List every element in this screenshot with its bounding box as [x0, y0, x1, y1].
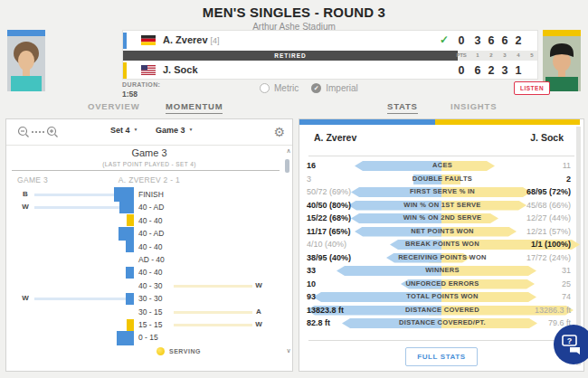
- momentum-right-line: [174, 285, 252, 288]
- stat-label: WINNERS: [305, 264, 580, 278]
- momentum-point-label: AD - 40: [138, 253, 165, 266]
- col-header-pts: PTS: [454, 51, 469, 61]
- duration-value: 1:58: [122, 90, 160, 99]
- momentum-point-label: 30 - 30: [138, 292, 162, 305]
- player1-seed: [4]: [211, 36, 220, 45]
- momentum-row: 40 - 40: [6, 241, 281, 253]
- serving-label: SERVING: [169, 348, 201, 354]
- momentum-right-line: [174, 311, 252, 314]
- stat-label: ACES: [305, 159, 580, 173]
- zverev-color-bar: [299, 119, 435, 125]
- scroll-up-icon[interactable]: ∧: [283, 147, 294, 155]
- momentum-point-label: 40 - 40: [138, 214, 162, 227]
- player2-set1: 6: [470, 64, 485, 77]
- player2-set2: 2: [484, 64, 498, 77]
- momentum-bar[interactable]: [126, 293, 134, 305]
- serving-indicator: SERVING: [156, 347, 201, 355]
- tab-insights[interactable]: INSIGHTS: [450, 101, 497, 113]
- momentum-bar[interactable]: [117, 331, 134, 345]
- momentum-bar[interactable]: [119, 202, 134, 213]
- scrollbar-thumb[interactable]: [285, 159, 289, 173]
- point-type-marker: W: [252, 279, 265, 292]
- metric-radio-circle[interactable]: [260, 83, 270, 93]
- duration-label: DURATION:: [122, 81, 160, 88]
- set-select[interactable]: Set 4▼: [110, 126, 138, 135]
- player2-name-text: J. Sock: [163, 64, 198, 75]
- col-header-1: 1: [470, 51, 485, 61]
- gear-icon[interactable]: ⚙: [273, 123, 285, 141]
- tab-momentum[interactable]: MOMENTUM: [166, 101, 223, 114]
- metric-radio[interactable]: Metric: [260, 83, 299, 93]
- zoom-control: [17, 126, 59, 138]
- zoom-out-icon[interactable]: [17, 126, 30, 138]
- tab-stats[interactable]: STATS: [387, 101, 418, 114]
- player1-avatar: [7, 36, 45, 91]
- divider: [308, 340, 574, 341]
- help-chat-widget[interactable]: ?: [554, 325, 588, 364]
- point-type-marker: W: [19, 201, 32, 213]
- momentum-point-label: 30 - 15: [138, 306, 162, 318]
- zoom-slider[interactable]: [32, 131, 44, 133]
- sock-stat-value: 12/27 (44%): [526, 212, 571, 225]
- zoom-in-icon[interactable]: [46, 126, 59, 138]
- stat-row: 16ACES11: [305, 159, 580, 173]
- stat-row: 82.8 ftDISTANCE COVERED/PT.79.6 ft: [305, 317, 580, 330]
- momentum-bar[interactable]: [119, 227, 134, 241]
- sock-stat-value: 25: [562, 278, 571, 291]
- imperial-radio-circle[interactable]: ✓: [311, 83, 321, 93]
- stat-row: 50/72 (69%)FIRST SERVE % IN68/95 (72%): [305, 185, 580, 199]
- full-stats-wrap: FULL STATS: [299, 346, 583, 366]
- momentum-col-score: A. ZVEREV 2 - 1: [6, 175, 292, 184]
- player1-name-text: A. Zverev: [163, 34, 208, 45]
- momentum-bar[interactable]: [114, 187, 134, 202]
- match-status-bar: RETIRED: [123, 51, 458, 61]
- player1-set3: 6: [498, 34, 512, 47]
- divider: [12, 170, 280, 171]
- player1-set1: 3: [470, 34, 485, 47]
- match-status: RETIRED: [123, 51, 458, 61]
- chevron-down-icon: ▼: [134, 127, 138, 132]
- momentum-left-line: [34, 298, 126, 300]
- zverev-accent: [123, 33, 127, 49]
- momentum-point-label: 0 - 15: [138, 331, 158, 344]
- stat-rows: 16ACES113DOUBLE FAULTS250/72 (69%)FIRST …: [305, 159, 580, 330]
- col-header-4: 4: [511, 51, 526, 61]
- momentum-point-label: FINISH: [138, 188, 164, 201]
- momentum-bar[interactable]: [126, 267, 134, 279]
- game-select[interactable]: Game 3▼: [156, 126, 193, 135]
- stat-label: UNFORCED ERRORS: [305, 278, 580, 291]
- momentum-rows: BFINISHW40 - AD40 - 4040 - AD40 - 40AD -…: [6, 188, 281, 345]
- scroll-down-icon[interactable]: ∨: [283, 347, 294, 354]
- sock-stat-value: 68/95 (72%): [526, 185, 571, 199]
- player2-name: J. Sock: [163, 64, 198, 75]
- imperial-radio[interactable]: ✓ Imperial: [311, 83, 358, 93]
- sock-stat-value: 17/72 (24%): [526, 251, 571, 265]
- momentum-point-label: 40 - 40: [138, 266, 162, 279]
- imperial-label: Imperial: [326, 83, 358, 93]
- momentum-row: W15 - 15: [6, 318, 281, 331]
- score-header-strip: RETIRED PTS 1 2 3 4 5: [123, 51, 537, 61]
- stat-row: 13823.8 ftDISTANCE COVERED13286.3 ft: [305, 304, 580, 317]
- momentum-point-label: 40 - AD: [138, 201, 164, 213]
- momentum-row: 40 - AD: [6, 227, 281, 240]
- listen-button[interactable]: LISTEN: [514, 81, 550, 95]
- sock-stat-value: 74: [562, 290, 571, 304]
- player2-points: 0: [454, 64, 469, 77]
- full-stats-button[interactable]: FULL STATS: [405, 347, 478, 366]
- stat-row: 3DOUBLE FAULTS2: [305, 173, 580, 186]
- usa-flag-icon: [141, 65, 156, 75]
- unit-toggle: Metric ✓ Imperial: [260, 83, 358, 93]
- page-title: MEN'S SINGLES - ROUND 3: [0, 5, 588, 20]
- winner-check-icon: ✓: [440, 33, 449, 46]
- tennis-ball-icon: [156, 347, 165, 355]
- sock-stat-value: 2: [566, 173, 571, 186]
- col-header-5: 5: [525, 51, 539, 61]
- stats-topbar: [299, 119, 583, 125]
- tab-overview[interactable]: OVERVIEW: [88, 101, 139, 113]
- momentum-bar[interactable]: [127, 319, 134, 331]
- momentum-subtitle: (LAST POINT PLAYED - SET 4): [6, 161, 292, 167]
- momentum-bar[interactable]: [126, 241, 134, 252]
- sock-stat-value: 1/1 (100%): [531, 238, 571, 251]
- player1-points: 0: [454, 34, 469, 47]
- momentum-bar[interactable]: [127, 214, 134, 226]
